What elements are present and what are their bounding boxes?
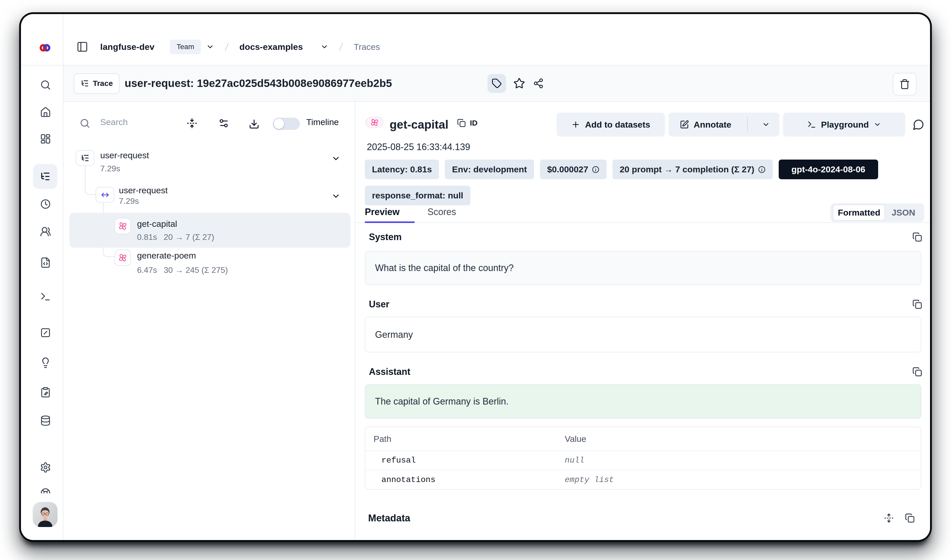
- tree-node-label[interactable]: generate-poem: [137, 251, 196, 261]
- breadcrumb-project[interactable]: docs-examples: [239, 42, 315, 52]
- user-section-header: User: [369, 298, 921, 311]
- observation-actions: Add to datasets Annotate Playground: [557, 112, 928, 137]
- active-tab-underline: [365, 222, 415, 223]
- collapse-all-icon[interactable]: [187, 118, 197, 129]
- rail-annotation-icon[interactable]: [40, 387, 51, 398]
- trash-icon: [899, 79, 910, 89]
- button-label: Playground: [821, 120, 869, 130]
- annotate-pen-icon: [680, 120, 689, 129]
- rail-playground-icon[interactable]: [40, 291, 51, 302]
- tree-row-selected-bg: [69, 213, 351, 248]
- section-role-label: System: [369, 232, 402, 242]
- rail-prompts-icon[interactable]: [40, 257, 51, 268]
- rail-datasets-icon[interactable]: [40, 415, 51, 426]
- copy-metadata-button[interactable]: [905, 513, 915, 523]
- observation-header: get-capital ID Add to datasets Annotate: [355, 112, 930, 137]
- tree-search-input[interactable]: Search: [100, 117, 128, 127]
- expand-metadata-button[interactable]: [884, 513, 894, 523]
- assistant-message-box: The capital of Germany is Berlin.: [365, 384, 921, 418]
- system-section-header: System: [369, 231, 921, 243]
- project-switcher-chevron-icon[interactable]: [320, 43, 328, 51]
- tree-node-collapse-icon[interactable]: [331, 192, 340, 201]
- playground-button[interactable]: Playground: [783, 112, 905, 137]
- rail-evaluation-icon[interactable]: [40, 327, 51, 338]
- tab-preview[interactable]: Preview: [365, 207, 400, 217]
- timeline-label: Timeline: [306, 117, 339, 127]
- format-json-button[interactable]: JSON: [885, 208, 922, 218]
- org-switcher-chevron-icon[interactable]: [206, 43, 214, 51]
- tree-node-collapse-icon[interactable]: [331, 154, 340, 163]
- annotate-dropdown-chevron-icon[interactable]: [752, 120, 779, 129]
- copy-user-button[interactable]: [913, 299, 922, 309]
- model-badge[interactable]: gpt-4o-2024-08-06: [779, 160, 878, 179]
- rail-support-icon[interactable]: [40, 488, 51, 498]
- breadcrumb-section[interactable]: Traces: [354, 42, 380, 52]
- user-message-box: Germany: [365, 317, 921, 352]
- trace-tree-icon: [80, 79, 89, 88]
- plus-icon: [571, 120, 580, 129]
- observation-badges-row: Latency: 0.81s Env: development $0.00002…: [365, 160, 878, 179]
- tree-search-icon: [80, 118, 90, 129]
- top-header: langfuse-dev Team docs-examples Traces: [63, 14, 930, 65]
- delete-trace-button[interactable]: [893, 73, 917, 95]
- trace-tree-panel: Search Timeline user-request 7.29s user-…: [63, 102, 355, 540]
- rail-settings-icon[interactable]: [40, 462, 51, 473]
- node-duration: 0.81s: [137, 232, 157, 242]
- cost-badge[interactable]: $0.000027: [540, 160, 607, 179]
- button-label: Annotate: [694, 120, 731, 130]
- observation-badges-row2: response_format: null: [365, 186, 470, 205]
- copy-icon: [913, 367, 922, 377]
- trace-title: user-request: 19e27ac025d543b008e9086977…: [125, 77, 480, 89]
- fan-icon: [370, 118, 379, 127]
- bookmark-star-button[interactable]: [513, 77, 525, 89]
- org-plan-badge: Team: [170, 40, 201, 54]
- add-to-datasets-button[interactable]: Add to datasets: [557, 112, 665, 137]
- fan-icon: [118, 221, 128, 231]
- copy-assistant-button[interactable]: [913, 367, 922, 377]
- copy-icon: [905, 513, 915, 523]
- user-avatar[interactable]: [33, 502, 57, 527]
- format-formatted-button[interactable]: Formatted: [833, 205, 885, 221]
- fan-icon: [118, 253, 128, 263]
- annotate-main[interactable]: Annotate: [668, 120, 743, 130]
- trace-header-bar: Trace user-request: 19e27ac025d543b008e9…: [63, 65, 930, 102]
- tokens-badge[interactable]: 20 prompt → 7 completion (Σ 27): [612, 160, 773, 179]
- rail-users-icon[interactable]: [40, 226, 51, 237]
- rail-insights-icon[interactable]: [40, 357, 51, 368]
- download-icon[interactable]: [249, 118, 260, 129]
- observation-detail-panel: get-capital ID Add to datasets Annotate: [355, 102, 930, 540]
- rail-sessions-icon[interactable]: [40, 198, 51, 210]
- sidebar-toggle-icon[interactable]: [77, 41, 88, 53]
- tree-settings-icon[interactable]: [219, 118, 229, 129]
- tree-node-label[interactable]: user-request: [119, 185, 168, 195]
- comment-bubble-icon: [913, 118, 925, 131]
- rail-dashboards-icon[interactable]: [40, 133, 51, 145]
- rail-home-icon[interactable]: [40, 107, 51, 118]
- langfuse-logo-icon[interactable]: [39, 43, 51, 53]
- copy-system-button[interactable]: [913, 232, 922, 242]
- tab-scores[interactable]: Scores: [428, 207, 456, 217]
- rail-search-icon[interactable]: [40, 79, 51, 91]
- observation-timestamp: 2025-08-25 16:33:44.139: [367, 142, 470, 152]
- badge-label: 20 prompt → 7 completion (Σ 27): [620, 165, 754, 174]
- terminal-icon: [807, 120, 816, 129]
- generation-node-icon: [114, 218, 131, 234]
- assistant-section-header: Assistant: [369, 365, 921, 378]
- copy-id-button[interactable]: ID: [457, 118, 477, 127]
- tree-node-label[interactable]: user-request: [100, 150, 149, 160]
- playground-chevron-icon: [874, 121, 881, 128]
- metadata-section-header: Metadata: [368, 510, 921, 526]
- annotate-button: Annotate: [668, 112, 779, 137]
- timeline-toggle[interactable]: [273, 118, 300, 130]
- tag-button[interactable]: [488, 74, 506, 93]
- tree-node-label[interactable]: get-capital: [137, 219, 177, 229]
- trace-type-badge: Trace: [74, 73, 119, 94]
- breadcrumb-org[interactable]: langfuse-dev: [100, 42, 163, 52]
- rail-tracing-icon[interactable]: [33, 164, 57, 189]
- share-icon: [533, 78, 544, 89]
- latency-badge: Latency: 0.81s: [365, 160, 439, 179]
- observation-title: get-capital: [389, 118, 448, 131]
- comments-button[interactable]: [909, 112, 928, 137]
- share-button[interactable]: [533, 78, 544, 89]
- trace-node-icon: [76, 150, 94, 166]
